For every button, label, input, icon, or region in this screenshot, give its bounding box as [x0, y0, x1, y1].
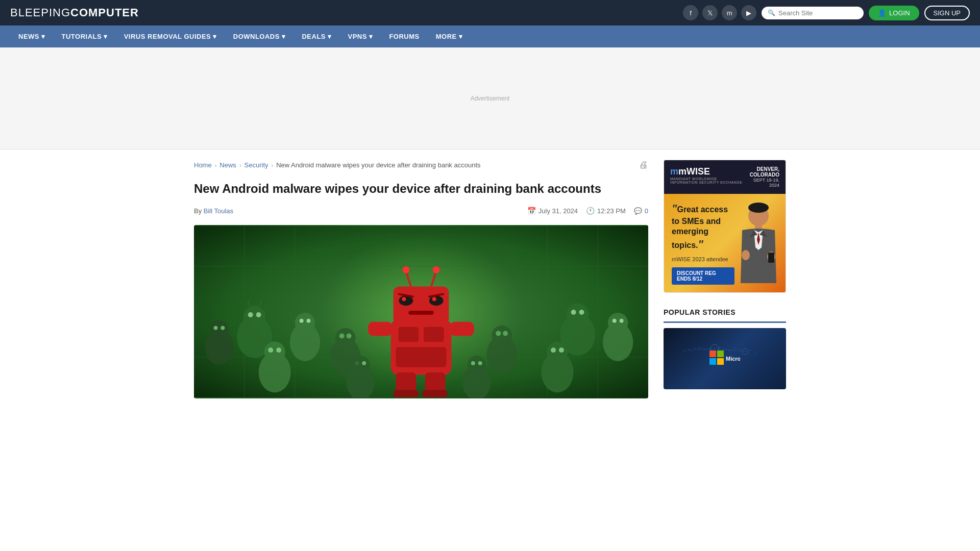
svg-rect-57: [408, 311, 433, 315]
breadcrumb-news[interactable]: News: [219, 161, 236, 169]
ad-logo-accent: m: [670, 166, 678, 177]
ad-location-text: DENVER, COLORADO: [747, 166, 779, 178]
breadcrumb-sep-1: ›: [215, 162, 217, 168]
hero-svg: [194, 225, 648, 398]
chevron-down-icon: ▾: [369, 33, 373, 40]
svg-point-61: [433, 266, 440, 273]
logo-part1: BLEEPING: [10, 6, 70, 19]
print-icon[interactable]: 🖨: [639, 160, 648, 170]
svg-point-75: [503, 331, 508, 336]
svg-point-20: [214, 326, 218, 330]
ad-sub2: INFORMATION SECURITY EXCHANGE: [670, 181, 742, 184]
site-header: BLEEPINGCOMPUTER f 𝕏 m ▶ 🔍 👤 LOGIN SIGN …: [0, 0, 980, 26]
svg-rect-66: [394, 390, 419, 397]
svg-point-28: [612, 319, 617, 323]
svg-point-29: [620, 319, 624, 323]
svg-point-90: [698, 346, 700, 348]
svg-point-73: [492, 325, 512, 346]
svg-rect-81: [768, 253, 774, 263]
user-icon: 👤: [878, 9, 886, 17]
facebook-icon[interactable]: f: [683, 5, 698, 20]
nav-label-more: MORE: [436, 33, 457, 40]
ad-body: "Great access to SMEs and emerging topic…: [664, 194, 786, 292]
chevron-down-icon: ▾: [328, 33, 332, 40]
nav-item-downloads[interactable]: DOWNLOADS ▾: [225, 26, 294, 47]
twitter-icon[interactable]: 𝕏: [702, 5, 718, 20]
nav-label-tutorials: TUTORIALS: [62, 33, 102, 40]
article-hero-image: [194, 225, 648, 398]
nav-item-vpns[interactable]: VPNS ▾: [340, 26, 381, 47]
ad-logo-area: mmWISE MANDIANT WORLDWIDE INFORMATION SE…: [670, 166, 742, 184]
chevron-down-icon: ▾: [459, 33, 463, 40]
nav-item-forums[interactable]: FORUMS: [381, 26, 427, 47]
svg-point-36: [551, 347, 556, 353]
breadcrumb-home[interactable]: Home: [194, 161, 212, 169]
ad-logo: mmWISE: [670, 166, 742, 177]
youtube-icon[interactable]: ▶: [741, 5, 756, 20]
breadcrumb: Home › News › Security › New Android mal…: [194, 160, 648, 170]
svg-point-94: [719, 346, 721, 348]
nav-label-deals: DEALS: [302, 33, 326, 40]
article-title: New Android malware wipes your device af…: [194, 181, 648, 196]
svg-point-77: [748, 203, 769, 213]
article-date: 📅 July 31, 2024: [527, 207, 578, 215]
svg-rect-64: [396, 372, 416, 393]
svg-rect-48: [424, 327, 444, 342]
svg-rect-50: [394, 287, 449, 324]
svg-point-21: [220, 326, 225, 330]
nav-item-tutorials[interactable]: TUTORIALS ▾: [54, 26, 116, 47]
svg-point-79: [742, 250, 750, 260]
svg-point-24: [571, 310, 576, 315]
svg-point-98: [739, 348, 741, 350]
login-button[interactable]: 👤 LOGIN: [869, 6, 919, 20]
header-right: f 𝕏 m ▶ 🔍 👤 LOGIN SIGN UP: [683, 5, 970, 20]
ad-text-content: "Great access to SMEs and emerging topic…: [672, 202, 734, 285]
svg-point-11: [256, 312, 261, 317]
svg-point-69: [335, 328, 356, 348]
main-nav: NEWS ▾ TUTORIALS ▾ VIRUS REMOVAL GUIDES …: [0, 26, 980, 47]
svg-point-32: [268, 347, 273, 353]
author-link[interactable]: Bill Toulas: [204, 207, 233, 215]
nav-label-virus: VIRUS REMOVAL GUIDES: [124, 33, 211, 40]
signup-button[interactable]: SIGN UP: [924, 6, 970, 20]
mastodon-icon[interactable]: m: [722, 5, 737, 20]
svg-point-71: [347, 334, 352, 339]
nav-item-more[interactable]: MORE ▾: [428, 26, 471, 47]
svg-rect-67: [422, 390, 447, 397]
nav-label-forums: FORUMS: [389, 33, 419, 40]
svg-rect-47: [399, 327, 419, 342]
svg-point-19: [210, 320, 229, 339]
breadcrumb-sep-2: ›: [239, 162, 241, 168]
svg-point-35: [547, 342, 568, 363]
chevron-down-icon: ▾: [213, 33, 217, 40]
site-logo[interactable]: BLEEPINGCOMPUTER: [10, 6, 139, 19]
svg-point-27: [608, 313, 628, 333]
svg-point-16: [300, 319, 304, 323]
svg-point-45: [478, 361, 482, 365]
sidebar: mmWISE MANDIANT WORLDWIDE INFORMATION SE…: [664, 160, 786, 398]
signup-label: SIGN UP: [934, 9, 961, 17]
svg-point-10: [248, 312, 253, 317]
nav-item-virus[interactable]: VIRUS REMOVAL GUIDES ▾: [116, 26, 225, 47]
nav-item-deals[interactable]: DEALS ▾: [293, 26, 339, 47]
svg-point-41: [362, 361, 366, 365]
breadcrumb-security[interactable]: Security: [244, 161, 268, 169]
article-meta-right: 📅 July 31, 2024 🕐 12:23 PM 💬 0: [527, 207, 648, 215]
svg-point-15: [295, 313, 315, 333]
nav-item-news[interactable]: NEWS ▾: [10, 26, 54, 47]
svg-rect-65: [425, 372, 446, 393]
ad-cta-button[interactable]: DISCOUNT REG ENDS 8/12: [672, 267, 734, 285]
nav-label-vpns: VPNS: [348, 33, 367, 40]
popular-item-1[interactable]: Microsoft: [664, 328, 786, 389]
login-label: LOGIN: [889, 9, 910, 17]
search-bar: 🔍: [762, 7, 864, 19]
svg-point-100: [749, 349, 751, 352]
chevron-down-icon: ▾: [104, 33, 108, 40]
svg-point-44: [471, 361, 475, 365]
svg-rect-62: [368, 322, 392, 336]
search-input[interactable]: [778, 9, 857, 17]
ad-dates: SEPT 18-19, 2024: [747, 178, 779, 188]
svg-point-59: [402, 266, 409, 273]
comments-count[interactable]: 💬 0: [634, 207, 648, 215]
sidebar-ad[interactable]: mmWISE MANDIANT WORLDWIDE INFORMATION SE…: [664, 160, 786, 293]
